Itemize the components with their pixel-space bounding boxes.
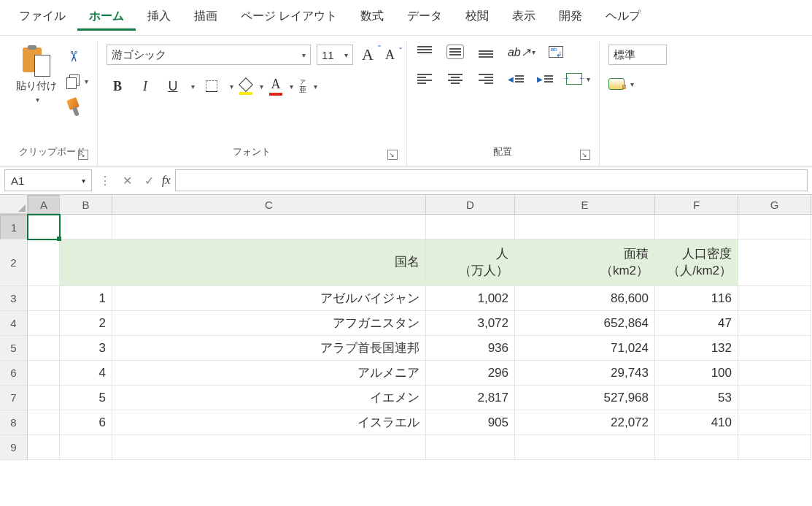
row-header-3[interactable]: 3 (0, 286, 28, 311)
increase-indent-button[interactable]: ▶ (537, 72, 553, 85)
cell-D4[interactable]: 3,072 (426, 311, 515, 336)
menu-review[interactable]: 校閲 (454, 4, 500, 31)
fill-color-dropdown[interactable]: ▾ (260, 83, 263, 91)
cell-F8[interactable]: 410 (655, 410, 738, 435)
row-header-4[interactable]: 4 (0, 311, 28, 336)
bold-button[interactable]: B (107, 75, 128, 97)
fill-color-button[interactable] (239, 78, 252, 95)
cell-F9[interactable] (655, 435, 738, 460)
col-header-C[interactable]: C (112, 195, 426, 214)
cell-F1[interactable] (655, 215, 738, 239)
menu-home[interactable]: ホーム (77, 4, 136, 31)
row-header-6[interactable]: 6 (0, 361, 28, 386)
cell-A4[interactable] (28, 311, 60, 336)
paste-icon[interactable] (23, 45, 50, 77)
accounting-dropdown[interactable]: ▾ (630, 80, 634, 88)
copy-button[interactable] (63, 72, 83, 90)
col-header-B[interactable]: B (60, 195, 112, 214)
cell-E3[interactable]: 86,600 (515, 286, 655, 311)
merge-dropdown[interactable]: ▾ (587, 75, 590, 83)
row-header-1[interactable]: 1 (0, 215, 28, 239)
number-format-select[interactable]: 標準 (608, 45, 667, 65)
cell-B4[interactable]: 2 (60, 311, 112, 336)
cell-E2[interactable]: 面積 （km2） (515, 239, 655, 286)
align-left-button[interactable] (416, 72, 433, 85)
cell-B8[interactable]: 6 (60, 410, 112, 435)
col-header-G[interactable]: G (738, 195, 811, 214)
align-top-button[interactable] (416, 45, 433, 59)
cell-D9[interactable] (426, 435, 515, 460)
cell-E6[interactable]: 29,743 (515, 361, 655, 386)
font-size-select[interactable]: 11▾ (317, 45, 353, 65)
font-color-dropdown[interactable]: ▾ (290, 83, 293, 91)
menu-data[interactable]: データ (395, 4, 454, 31)
cell-G2[interactable] (738, 239, 811, 286)
format-painter-button[interactable] (63, 97, 83, 115)
decrease-indent-button[interactable]: ◀ (508, 72, 524, 85)
cell-G3[interactable] (738, 286, 811, 311)
font-dialog-launcher[interactable] (387, 150, 398, 160)
cell-B5[interactable]: 3 (60, 336, 112, 361)
cell-B2[interactable] (60, 239, 112, 286)
row-header-7[interactable]: 7 (0, 386, 28, 410)
cell-A9[interactable] (28, 435, 60, 460)
paste-label[interactable]: 貼り付け (16, 80, 57, 93)
orientation-dropdown[interactable]: ▾ (532, 48, 535, 56)
wrap-text-button[interactable] (549, 46, 563, 58)
cell-E7[interactable]: 527,968 (515, 386, 655, 410)
cell-C2[interactable]: 国名 (112, 239, 426, 286)
font-color-button[interactable]: A (269, 77, 282, 96)
cell-F3[interactable]: 116 (655, 286, 738, 311)
menu-formulas[interactable]: 数式 (349, 4, 395, 31)
cell-F6[interactable]: 100 (655, 361, 738, 386)
cell-A3[interactable] (28, 286, 60, 311)
paste-dropdown[interactable]: ▾ (36, 96, 39, 104)
cell-A5[interactable] (28, 336, 60, 361)
cell-D5[interactable]: 936 (426, 336, 515, 361)
clipboard-dialog-launcher[interactable] (78, 150, 88, 160)
cell-D1[interactable] (426, 215, 515, 239)
cell-C9[interactable] (112, 435, 426, 460)
cell-C7[interactable]: イエメン (112, 386, 426, 410)
cell-D3[interactable]: 1,002 (426, 286, 515, 311)
cell-C8[interactable]: イスラエル (112, 410, 426, 435)
menu-insert[interactable]: 挿入 (136, 4, 182, 31)
menu-developer[interactable]: 開発 (547, 4, 594, 31)
cell-E4[interactable]: 652,864 (515, 311, 655, 336)
cell-B9[interactable] (60, 435, 112, 460)
cell-C6[interactable]: アルメニア (112, 361, 426, 386)
menu-file[interactable]: ファイル (7, 4, 77, 31)
cell-D6[interactable]: 296 (426, 361, 515, 386)
row-header-5[interactable]: 5 (0, 336, 28, 361)
cell-B3[interactable]: 1 (60, 286, 112, 311)
phonetic-dropdown[interactable]: ▾ (314, 83, 317, 91)
cell-F2[interactable]: 人口密度 （人/km2） (655, 239, 738, 286)
cell-A8[interactable] (28, 410, 60, 435)
cell-E8[interactable]: 22,072 (515, 410, 655, 435)
menu-draw[interactable]: 描画 (182, 4, 229, 31)
align-middle-button[interactable] (446, 45, 464, 59)
cell-C1[interactable] (112, 215, 426, 239)
underline-dropdown[interactable]: ▾ (191, 83, 195, 91)
menu-help[interactable]: ヘルプ (594, 4, 652, 31)
cell-D2[interactable]: 人 （万人） (426, 239, 515, 286)
name-box-expand[interactable]: ⋮ (96, 174, 114, 188)
cell-B6[interactable]: 4 (60, 361, 112, 386)
col-header-D[interactable]: D (426, 195, 515, 214)
cell-G5[interactable] (738, 336, 811, 361)
cell-G1[interactable] (738, 215, 811, 239)
cell-D8[interactable]: 905 (426, 410, 515, 435)
align-center-button[interactable] (446, 72, 464, 85)
cell-E1[interactable] (515, 215, 655, 239)
cell-G9[interactable] (738, 435, 811, 460)
col-header-F[interactable]: F (655, 195, 738, 214)
name-box[interactable]: A1▾ (4, 169, 92, 191)
formula-input[interactable] (175, 169, 808, 191)
underline-button[interactable]: U (162, 75, 184, 97)
cell-G7[interactable] (738, 386, 811, 410)
cell-F4[interactable]: 47 (655, 311, 738, 336)
phonetic-button[interactable]: ア 亜 (299, 79, 306, 93)
orientation-button[interactable]: ab↗ (508, 45, 530, 59)
cell-C5[interactable]: アラブ首長国連邦 (112, 336, 426, 361)
cut-button[interactable] (63, 47, 83, 65)
